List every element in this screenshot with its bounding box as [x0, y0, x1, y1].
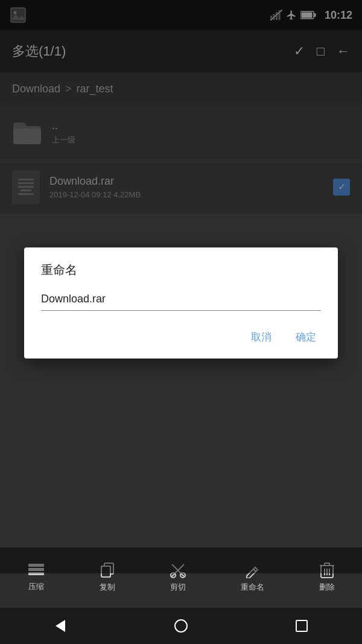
cancel-button[interactable]: 取消 — [246, 328, 276, 346]
cut-label: 剪切 — [170, 582, 186, 593]
nav-home-button[interactable] — [169, 614, 193, 638]
recent-square-icon — [296, 620, 308, 632]
compress-label: 压缩 — [28, 581, 44, 592]
nav-recent-button[interactable] — [290, 614, 314, 638]
dialog-buttons: 取消 确定 — [41, 328, 321, 346]
back-triangle-icon — [56, 620, 65, 632]
rename-input[interactable] — [41, 290, 321, 311]
system-nav-bar — [0, 608, 362, 644]
rename-label: 重命名 — [241, 582, 264, 593]
confirm-button[interactable]: 确定 — [291, 328, 321, 346]
nav-back-button[interactable] — [48, 614, 72, 638]
dialog-title: 重命名 — [41, 262, 321, 278]
delete-label: 删除 — [319, 582, 335, 593]
copy-label: 复制 — [100, 582, 115, 593]
home-circle-icon — [174, 619, 188, 633]
rename-dialog: 重命名 取消 确定 — [24, 247, 338, 359]
